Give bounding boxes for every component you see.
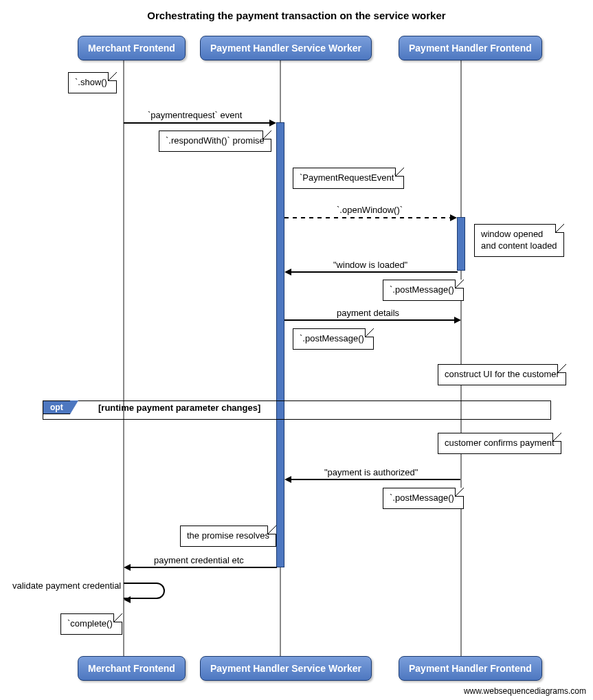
actor-merchant-bottom: Merchant Frontend xyxy=(78,656,186,681)
note-paymentrequestevent: `PaymentRequestEvent` xyxy=(293,168,404,189)
note-show: `.show()` xyxy=(68,72,117,93)
activation-frontend xyxy=(457,217,465,271)
actor-frontend-top: Payment Handler Frontend xyxy=(399,36,542,60)
msg-paymentcredential: payment credential etc xyxy=(154,555,244,565)
opt-frame: opt [runtime payment parameter changes] xyxy=(43,400,551,420)
arrowhead-paymentcredential xyxy=(124,564,131,571)
msg-paymentrequest: `paymentrequest` event xyxy=(148,110,242,120)
note-postmessage1: `.postMessage()` xyxy=(383,280,464,301)
arrow-paymentcredential xyxy=(130,567,277,568)
arrow-paymentrequest xyxy=(124,122,271,124)
sequence-diagram: Orchestrating the payment transaction on… xyxy=(0,0,593,700)
note-respondwith: `.respondWith()` promise xyxy=(159,131,271,152)
opt-tag: opt xyxy=(43,400,70,414)
arrowhead-paymentrequest xyxy=(269,120,276,126)
watermark: www.websequencediagrams.com xyxy=(464,686,586,696)
msg-openwindow: `.openWindow()` xyxy=(337,205,403,215)
note-postmessage2: `.postMessage()` xyxy=(293,328,374,350)
actor-worker-top: Payment Handler Service Worker xyxy=(200,36,372,60)
note-confirms: customer confirms payment xyxy=(438,433,561,454)
arrow-paymentdetails xyxy=(284,319,456,321)
diagram-title: Orchestrating the payment transaction on… xyxy=(0,10,593,21)
opt-condition: [runtime payment parameter changes] xyxy=(98,403,260,413)
note-constructui: construct UI for the customer xyxy=(438,364,566,385)
lifeline-frontend xyxy=(460,60,462,658)
note-promiseresolves: the promise resolves xyxy=(180,526,276,547)
arrow-paymentauthorized xyxy=(291,479,460,480)
actor-merchant-top: Merchant Frontend xyxy=(78,36,186,60)
msg-paymentdetails: payment details xyxy=(337,308,399,318)
arrowhead-openwindow xyxy=(450,214,457,221)
arrowhead-validate xyxy=(124,596,131,603)
arrowhead-paymentauthorized xyxy=(284,476,291,483)
note-complete: `complete()` xyxy=(60,613,122,635)
msg-validate: validate payment credential xyxy=(12,580,121,591)
note-postmessage3: `.postMessage()` xyxy=(383,488,464,509)
arrowhead-paymentdetails xyxy=(454,317,461,324)
arrow-openwindow xyxy=(284,217,451,218)
msg-windowloaded: "window is loaded" xyxy=(333,260,407,270)
actor-frontend-bottom: Payment Handler Frontend xyxy=(399,656,542,681)
arrowhead-windowloaded xyxy=(284,269,291,275)
arrow-windowloaded xyxy=(291,271,458,273)
actor-worker-bottom: Payment Handler Service Worker xyxy=(200,656,372,681)
msg-paymentauthorized: "payment is authorized" xyxy=(324,467,418,477)
note-windowopened: window opened and content loaded xyxy=(474,224,564,257)
activation-worker xyxy=(276,122,284,567)
